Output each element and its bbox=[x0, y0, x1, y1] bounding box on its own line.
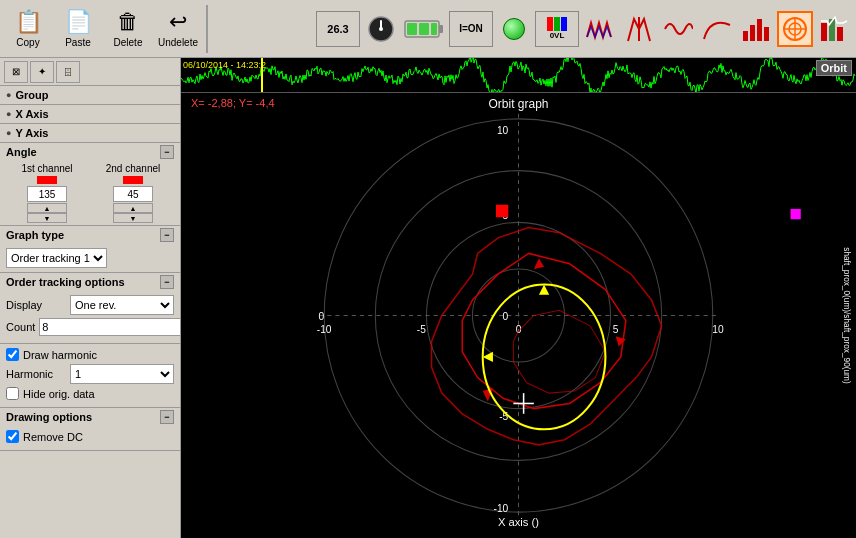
target-icon[interactable] bbox=[777, 11, 813, 47]
graph-type-label: Graph type bbox=[6, 229, 64, 241]
angle-ch2-up[interactable]: ▲ bbox=[113, 203, 153, 213]
ovl-icon[interactable]: 0VL bbox=[535, 11, 579, 47]
orbit-label: Orbit bbox=[816, 60, 852, 76]
angle-label: Angle bbox=[6, 146, 37, 158]
display-select[interactable]: One rev. Two rev. Full bbox=[70, 295, 174, 315]
svg-rect-3 bbox=[439, 25, 443, 33]
draw-harmonic-checkbox[interactable] bbox=[6, 348, 19, 361]
harmonic-select[interactable]: 1 2 3 bbox=[70, 364, 174, 384]
draw-harmonic-content: Draw harmonic Harmonic 1 2 3 Hide orig. … bbox=[0, 344, 180, 407]
angle-ch1-input[interactable] bbox=[27, 186, 67, 202]
sine-icon[interactable] bbox=[660, 11, 696, 47]
svg-rect-4 bbox=[407, 23, 417, 35]
svg-text:shaft_prox_0(um)/shaft_prox_90: shaft_prox_0(um)/shaft_prox_90(um) bbox=[842, 247, 851, 384]
x-axis-label: X Axis bbox=[15, 108, 48, 120]
second-toolbar: ⊠ ✦ ⌹ bbox=[0, 58, 180, 86]
draw-harmonic-row: Draw harmonic bbox=[6, 348, 174, 361]
y-axis-header[interactable]: ● Y Axis bbox=[0, 124, 180, 142]
hide-orig-checkbox[interactable] bbox=[6, 387, 19, 400]
status-circle-icon[interactable] bbox=[496, 11, 532, 47]
hide-orig-label: Hide orig. data bbox=[23, 388, 95, 400]
copy-button[interactable]: 📋 Copy bbox=[4, 3, 52, 55]
left-panel: ⊠ ✦ ⌹ ● Group ● X Axis ● Y Axis bbox=[0, 58, 181, 538]
table-btn[interactable]: ⌹ bbox=[56, 61, 80, 83]
x-axis-header[interactable]: ● X Axis bbox=[0, 105, 180, 123]
waveform1-icon[interactable] bbox=[582, 11, 618, 47]
angle-ch2-down[interactable]: ▼ bbox=[113, 213, 153, 223]
angle-ch1-down[interactable]: ▼ bbox=[27, 213, 67, 223]
drawing-options-section: Drawing options − Remove DC bbox=[0, 408, 180, 451]
group-section: ● Group bbox=[0, 86, 180, 105]
graph-area[interactable]: X= -2,88; Y= -4,4 Orbit graph X axis () … bbox=[181, 93, 856, 538]
drawing-options-collapse-btn[interactable]: − bbox=[160, 410, 174, 424]
svg-text:0: 0 bbox=[516, 324, 522, 335]
graph-type-collapse-btn[interactable]: − bbox=[160, 228, 174, 242]
svg-text:0: 0 bbox=[503, 311, 509, 322]
grid-toggle-btn[interactable]: ⊠ bbox=[4, 61, 28, 83]
angle-ch2-arrows: ▲ ▼ bbox=[92, 203, 174, 223]
angle-ch1-up[interactable]: ▲ bbox=[27, 203, 67, 213]
svg-text:-10: -10 bbox=[494, 503, 509, 514]
delete-button[interactable]: 🗑 Delete bbox=[104, 3, 152, 55]
y-axis-label: Y Axis bbox=[15, 127, 48, 139]
graph-title: Orbit graph bbox=[488, 97, 548, 111]
curve-icon[interactable] bbox=[699, 11, 735, 47]
display-row: Display One rev. Two rev. Full bbox=[6, 295, 174, 315]
angle-ch1-arrows: ▲ ▼ bbox=[6, 203, 88, 223]
angle-collapse-btn[interactable]: − bbox=[160, 145, 174, 159]
order-tracking-collapse-btn[interactable]: − bbox=[160, 275, 174, 289]
graph-type-section: Graph type − Order tracking 1 Order trac… bbox=[0, 226, 180, 273]
count-row: Count bbox=[6, 318, 174, 336]
y-axis-section: ● Y Axis bbox=[0, 124, 180, 143]
order-tracking-header: Order tracking options − bbox=[0, 273, 180, 291]
undelete-button[interactable]: ↩ Undelete bbox=[154, 3, 202, 55]
angle-ch2-input[interactable] bbox=[113, 186, 153, 202]
svg-rect-47 bbox=[496, 205, 508, 217]
svg-rect-8 bbox=[743, 31, 748, 41]
remove-dc-checkbox[interactable] bbox=[6, 430, 19, 443]
count-label: Count bbox=[6, 321, 35, 333]
svg-text:10: 10 bbox=[497, 125, 509, 136]
x-axis-section: ● X Axis bbox=[0, 105, 180, 124]
svg-rect-5 bbox=[419, 23, 429, 35]
graph-type-header: Graph type − bbox=[0, 226, 180, 244]
svg-rect-18 bbox=[837, 27, 843, 41]
waveform-strip: 06/10/2014 - 14:23:2 Orbit bbox=[181, 58, 856, 93]
angle-ch1: 1st channel ▲ ▼ bbox=[6, 163, 88, 223]
drawing-options-content: Remove DC bbox=[0, 426, 180, 450]
order-tracking-section: Order tracking options − Display One rev… bbox=[0, 273, 180, 344]
copy-icon: 📋 bbox=[15, 9, 42, 35]
star-btn[interactable]: ✦ bbox=[30, 61, 54, 83]
gauge-icon[interactable] bbox=[363, 11, 399, 47]
battery-icon[interactable] bbox=[402, 11, 446, 47]
y-axis-expand-icon: ● bbox=[6, 128, 11, 138]
main-toolbar: 📋 Copy 📄 Paste 🗑 Delete ↩ Undelete 26.3 bbox=[0, 0, 856, 58]
svg-point-1 bbox=[379, 27, 383, 31]
ion-icon[interactable]: I=ON bbox=[449, 11, 493, 47]
undelete-label: Undelete bbox=[158, 37, 198, 48]
svg-rect-11 bbox=[764, 27, 769, 41]
svg-rect-6 bbox=[431, 23, 437, 35]
bar-chart2-icon[interactable] bbox=[816, 11, 852, 47]
graph-type-select[interactable]: Order tracking 1 Order tracking 2 bbox=[6, 248, 107, 268]
angle-ch2-label: 2nd channel bbox=[92, 163, 174, 174]
draw-harmonic-section: Draw harmonic Harmonic 1 2 3 Hide orig. … bbox=[0, 344, 180, 408]
paste-button[interactable]: 📄 Paste bbox=[54, 3, 102, 55]
x-axis-expand-icon: ● bbox=[6, 109, 11, 119]
coord-display: X= -2,88; Y= -4,4 bbox=[191, 97, 275, 109]
counter-display[interactable]: 26.3 bbox=[316, 11, 360, 47]
draw-harmonic-label: Draw harmonic bbox=[23, 349, 97, 361]
bar-chart-icon[interactable] bbox=[738, 11, 774, 47]
svg-text:X axis (): X axis () bbox=[498, 516, 539, 528]
orbit-svg: X axis () 0 10 5 0 -5 -10 -10 -5 0 5 10 … bbox=[181, 93, 856, 538]
angle-ch2-color bbox=[123, 176, 143, 184]
svg-rect-17 bbox=[829, 19, 835, 41]
drawing-options-label: Drawing options bbox=[6, 411, 92, 423]
count-input[interactable] bbox=[39, 318, 181, 336]
svg-text:5: 5 bbox=[613, 324, 619, 335]
group-header[interactable]: ● Group bbox=[0, 86, 180, 104]
angle-ch1-color bbox=[37, 176, 57, 184]
graph-type-content: Order tracking 1 Order tracking 2 bbox=[0, 244, 180, 272]
waveform2-icon[interactable] bbox=[621, 11, 657, 47]
svg-text:0: 0 bbox=[318, 311, 324, 322]
